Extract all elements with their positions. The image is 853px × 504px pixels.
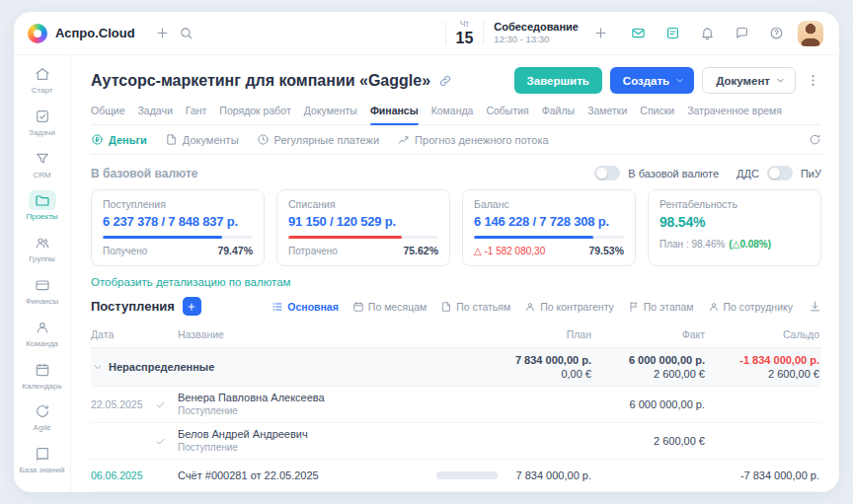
row-name: Венера Павловна Алексеева Поступление: [178, 392, 428, 417]
table-row[interactable]: 22.05.2025 Венера Павловна Алексеева Пос…: [91, 387, 821, 423]
tab-spiski[interactable]: Списки: [640, 105, 674, 124]
stat-card-rentabelnost[interactable]: Рентабельность 98.54% План : 98.46% (△0.…: [648, 189, 821, 266]
col-fact[interactable]: Факт: [591, 328, 705, 340]
download-icon[interactable]: [809, 300, 821, 313]
subtab-prognoz[interactable]: Прогноз денежного потока: [397, 133, 548, 146]
progress-bar: [288, 236, 438, 239]
col-plan[interactable]: План: [428, 328, 591, 340]
tab-zametki[interactable]: Заметки: [587, 105, 627, 124]
subtab-label: Документы: [183, 134, 239, 146]
stat-card-delta: △ -1 582 080,30: [474, 246, 545, 256]
sidebar-item-team[interactable]: Команда: [14, 313, 70, 355]
finance-subtabs: Деньги Документы Регулярные платежи Прог…: [91, 125, 821, 155]
stat-card-balans[interactable]: Баланс 6 146 228 / 7 728 308 р. △ -1 582…: [462, 189, 636, 266]
currency-details-link[interactable]: Отобразить детализацию по валютам: [91, 276, 291, 288]
stat-card-plan-label: План : 98.46%: [659, 239, 725, 250]
topbar-divider: [483, 22, 484, 45]
quick-add-button[interactable]: [151, 22, 175, 45]
search-icon[interactable]: [175, 22, 198, 45]
tab-sobytiya[interactable]: События: [486, 105, 528, 124]
row-fact: 2 600,00 €: [591, 435, 705, 447]
upcoming-event[interactable]: Собеседование 12:30 - 13:30: [494, 21, 579, 46]
col-saldo[interactable]: Сальдо: [705, 328, 821, 340]
col-name[interactable]: Название: [178, 328, 428, 340]
dds-piu-toggle[interactable]: [767, 166, 793, 180]
calendar-day-abbr: Чт: [460, 20, 470, 29]
sidebar-item-label: Финансы: [26, 298, 59, 307]
piu-label[interactable]: ПиУ: [801, 168, 821, 180]
sidebar-item-crm[interactable]: CRM: [14, 144, 70, 186]
sidebar-item-agile[interactable]: Agile: [14, 396, 70, 439]
bell-icon[interactable]: [695, 22, 719, 45]
sidebar-item-calendar[interactable]: Календарь: [14, 355, 70, 397]
sidebar-item-knowledge-base[interactable]: База знаний: [14, 439, 70, 481]
create-button-label: Создать: [623, 75, 669, 87]
add-receipt-button[interactable]: [183, 297, 201, 316]
table-row[interactable]: 06.06.2025 Счёт #000281 от 22.05.2025 7 …: [91, 460, 821, 492]
view-po-statyam[interactable]: По статьям: [440, 301, 510, 313]
sidebar-item-start[interactable]: Старт: [14, 59, 70, 102]
base-currency-toggle[interactable]: [594, 166, 620, 180]
stat-card-spisaniya[interactable]: Списания 91 150 / 120 529 р. Потрачено 7…: [276, 189, 450, 266]
tab-finansy[interactable]: Финансы: [370, 105, 419, 124]
tab-zadachi[interactable]: Задачи: [138, 105, 173, 124]
help-icon[interactable]: [764, 22, 788, 45]
tab-obshchie[interactable]: Общие: [91, 105, 125, 124]
progress-bar: [474, 236, 624, 239]
more-actions-icon[interactable]: [804, 68, 821, 94]
calendar-day-widget[interactable]: Чт 15: [456, 20, 474, 46]
base-currency-section-header: В базовой валюте В базовой валюте ДДС Пи…: [91, 166, 821, 180]
stat-card-value: 6 237 378 / 7 848 837 р.: [103, 214, 253, 229]
create-button[interactable]: Создать: [610, 67, 694, 94]
brand-logo[interactable]: [28, 24, 47, 43]
table-row[interactable]: Белов Андрей Андреевич Поступление 2 600…: [91, 423, 821, 460]
subtab-dengi[interactable]: Деньги: [91, 133, 147, 146]
view-po-mesyacam[interactable]: По месяцам: [352, 301, 426, 313]
view-po-etapam[interactable]: По этапам: [628, 301, 694, 313]
sidebar: Старт Задачи CRM Проекты Группы Финансы: [14, 55, 71, 492]
tab-dokumenty[interactable]: Документы: [304, 105, 357, 124]
groups-icon: [29, 233, 56, 252]
col-date[interactable]: Дата: [91, 328, 178, 340]
calendar-icon: [29, 360, 56, 380]
tab-poryadok-rabot[interactable]: Порядок работ: [219, 105, 290, 124]
sidebar-item-tasks[interactable]: Задачи: [14, 102, 70, 144]
add-event-button[interactable]: [588, 22, 612, 45]
tab-komanda[interactable]: Команда: [431, 105, 474, 124]
finish-button[interactable]: Завершить: [514, 67, 602, 94]
link-icon[interactable]: [438, 74, 452, 88]
tab-gant[interactable]: Гант: [186, 105, 207, 124]
stat-card-postupleniya[interactable]: Поступления 6 237 378 / 7 848 837 р. Пол…: [91, 189, 265, 266]
document-button[interactable]: Документ: [702, 67, 796, 94]
notes-icon[interactable]: [660, 22, 684, 45]
refresh-icon[interactable]: [809, 133, 821, 146]
view-osnovnaya[interactable]: Основная: [271, 301, 339, 313]
chat-icon[interactable]: [730, 22, 753, 45]
stat-card-footer-label: Получено: [103, 246, 147, 256]
sidebar-item-groups[interactable]: Группы: [14, 228, 70, 270]
view-po-kontragentu[interactable]: По контрагенту: [524, 301, 614, 313]
group-toggle[interactable]: Нераспределенные: [91, 361, 428, 373]
dds-label[interactable]: ДДС: [737, 168, 759, 180]
receipts-table: Дата Название План Факт Сальдо Нераспред…: [91, 324, 821, 492]
event-time: 12:30 - 13:30: [494, 34, 579, 45]
sidebar-item-finance[interactable]: Финансы: [14, 270, 70, 313]
view-po-sotrudniku[interactable]: По сотруднику: [708, 301, 793, 313]
stat-card-title: Поступления: [103, 198, 253, 210]
stat-card-percent: 79.53%: [588, 245, 624, 256]
sidebar-item-label: CRM: [33, 172, 50, 180]
mail-icon[interactable]: [626, 22, 650, 45]
sidebar-item-projects[interactable]: Проекты: [14, 185, 70, 228]
user-avatar[interactable]: [798, 21, 823, 46]
topbar-divider: [445, 22, 446, 45]
app-window: Аспро.Cloud Чт 15 Собеседование 12:30 - …: [14, 12, 839, 492]
sidebar-item-label: База знаний: [20, 467, 65, 475]
subtab-regulyarnye-platezhi[interactable]: Регулярные платежи: [257, 133, 380, 146]
document-icon: [440, 301, 452, 313]
view-label: По статьям: [456, 301, 510, 313]
tab-zatrachennoe-vremya[interactable]: Затраченное время: [687, 105, 782, 124]
subtab-dokumenty[interactable]: Документы: [165, 133, 239, 146]
stat-card-value: 98.54%: [659, 214, 810, 230]
tab-faily[interactable]: Файлы: [542, 105, 575, 124]
table-group-row[interactable]: Нераспределенные 7 834 000,00 р. 0,00 € …: [91, 348, 821, 387]
